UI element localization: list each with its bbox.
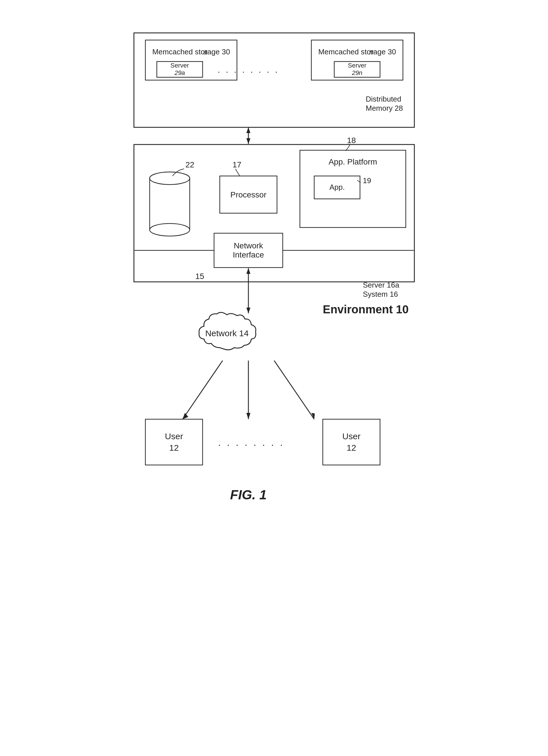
svg-line-48 (274, 361, 314, 419)
svg-marker-41 (246, 138, 250, 144)
svg-point-21 (150, 223, 190, 236)
svg-text:12: 12 (347, 443, 356, 452)
svg-text:Memcached storage 30: Memcached storage 30 (318, 48, 396, 56)
svg-marker-51 (246, 413, 250, 419)
svg-text:17: 17 (232, 160, 241, 169)
svg-text:App. Platform: App. Platform (329, 157, 377, 166)
svg-text:15: 15 (195, 272, 204, 281)
svg-text:12: 12 (169, 443, 179, 452)
svg-point-22 (150, 172, 190, 185)
svg-rect-55 (323, 419, 380, 465)
svg-text:Processor: Processor (230, 190, 266, 199)
svg-text:Distributed: Distributed (366, 95, 401, 103)
svg-text:29n: 29n (351, 69, 362, 76)
svg-text:Memcached storage 30: Memcached storage 30 (152, 48, 230, 56)
svg-text:a: a (203, 48, 207, 56)
svg-text:System 16: System 16 (363, 290, 398, 298)
svg-text:Server 16a: Server 16a (363, 281, 399, 289)
svg-rect-52 (145, 419, 203, 465)
svg-marker-47 (183, 413, 188, 419)
svg-text:Server: Server (348, 62, 366, 69)
svg-text:User: User (342, 432, 360, 441)
svg-line-46 (183, 361, 223, 419)
svg-text:Interface: Interface (233, 250, 264, 259)
svg-text:19: 19 (363, 176, 371, 185)
svg-text:· · · · · · · ·: · · · · · · · · (218, 439, 284, 450)
svg-text:Network: Network (234, 241, 263, 250)
svg-text:29a: 29a (174, 69, 185, 76)
svg-marker-40 (246, 127, 250, 133)
svg-text:FIG. 1: FIG. 1 (230, 487, 267, 502)
svg-text:22: 22 (185, 160, 194, 169)
page: Memcached storage 30 a Memcached storage… (0, 0, 548, 756)
diagram: Memcached storage 30 a Memcached storage… (117, 17, 432, 704)
svg-text:Network 14: Network 14 (205, 328, 249, 338)
svg-text:User: User (165, 432, 183, 441)
svg-text:Environment 10: Environment 10 (323, 303, 409, 316)
svg-rect-18 (150, 178, 190, 230)
svg-marker-44 (246, 308, 250, 313)
svg-text:Memory 28: Memory 28 (366, 104, 403, 112)
svg-text:App.: App. (329, 183, 345, 191)
svg-text:· · · · · · · ·: · · · · · · · · (217, 67, 279, 76)
svg-text:18: 18 (347, 136, 356, 145)
svg-text:Server: Server (170, 62, 189, 69)
svg-text:n: n (369, 48, 373, 56)
